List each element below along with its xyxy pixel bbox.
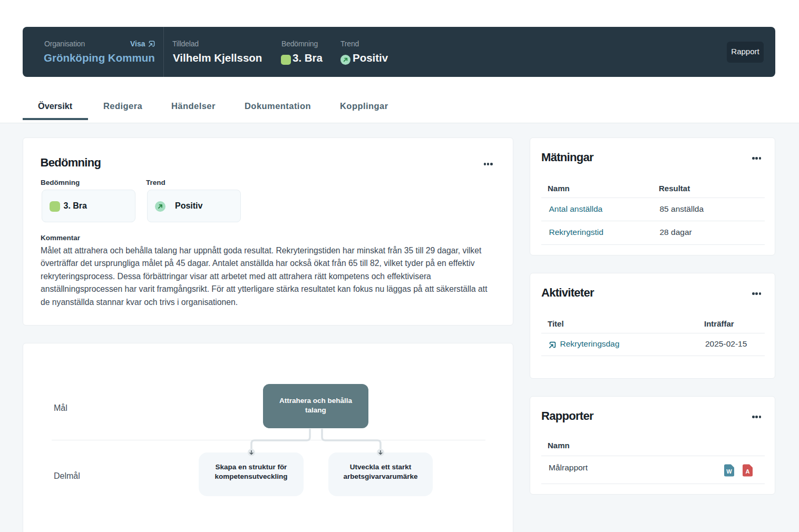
- svg-text:W: W: [726, 468, 732, 475]
- svg-text:A: A: [746, 468, 750, 475]
